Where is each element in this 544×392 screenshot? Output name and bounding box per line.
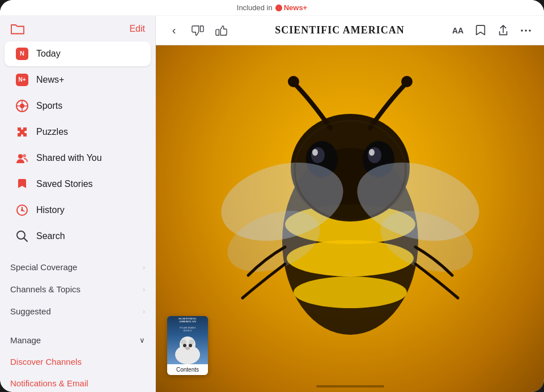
- svg-point-44: [189, 344, 192, 347]
- history-label: History: [36, 205, 65, 215]
- svg-text:N: N: [20, 50, 24, 57]
- sidebar-item-discover-channels[interactable]: Discover Channels: [0, 351, 155, 373]
- svg-point-18: [521, 29, 523, 32]
- svg-text:N+: N+: [18, 76, 26, 83]
- svg-point-45: [185, 347, 190, 350]
- article-title-area: SCIENTIFIC AMERICAN: [275, 24, 405, 36]
- svg-point-33: [401, 76, 413, 87]
- shared-label: Shared with You: [36, 153, 102, 163]
- font-size-button[interactable]: AA: [449, 22, 467, 40]
- special-coverage-label: Special Coverage: [10, 262, 77, 272]
- chevron-down-icon: ∨: [139, 336, 145, 344]
- magazine-thumbnail[interactable]: SCIENTIFICAMERICAN POLAR BEARSWORLD: [167, 316, 208, 375]
- bee-illustration: [156, 45, 544, 392]
- header-actions: AA: [449, 22, 535, 40]
- sidebar-item-history[interactable]: History: [5, 198, 151, 223]
- page-indicator: [316, 385, 384, 387]
- channels-topics-label: Channels & Topics: [10, 284, 80, 294]
- header-nav-buttons: ‹: [165, 22, 231, 40]
- saved-label: Saved Stories: [36, 179, 93, 189]
- chevron-right-icon: ›: [143, 263, 145, 271]
- article-body: SCIENTIFICAMERICAN POLAR BEARSWORLD: [156, 45, 544, 392]
- svg-point-43: [183, 344, 186, 347]
- chevron-right-icon-3: ›: [143, 307, 145, 316]
- sidebar-item-channels-topics[interactable]: Channels & Topics ›: [0, 278, 155, 300]
- magazine-cover-image: SCIENTIFICAMERICAN POLAR BEARSWORLD: [167, 316, 208, 364]
- sidebar-item-sports[interactable]: Sports: [5, 93, 151, 118]
- suggested-label: Suggested: [10, 306, 51, 316]
- back-button[interactable]: ‹: [165, 22, 183, 40]
- thumbs-up-icon: [215, 24, 228, 37]
- main-content: Edit N Today N+ N: [0, 16, 544, 392]
- sidebar-item-notifications-email[interactable]: Notifications & Email: [0, 373, 155, 392]
- sidebar-item-search[interactable]: Search: [5, 224, 151, 249]
- today-label: Today: [36, 49, 61, 59]
- manage-label: Manage: [10, 335, 41, 345]
- sidebar: Edit N Today N+ N: [0, 16, 156, 392]
- puzzles-label: Puzzles: [36, 127, 68, 137]
- svg-point-31: [369, 149, 375, 156]
- sidebar-item-newsplus[interactable]: N+ News+: [5, 67, 151, 92]
- search-icon: [15, 229, 29, 244]
- puzzles-icon: [15, 125, 29, 139]
- sidebar-item-special-coverage[interactable]: Special Coverage ›: [0, 256, 155, 278]
- folder-icon: [10, 23, 25, 35]
- content-area: ‹ SCIENTIFIC AMERICAN: [156, 16, 544, 392]
- more-button[interactable]: [517, 22, 535, 40]
- svg-point-20: [529, 29, 531, 32]
- shared-icon: [15, 151, 29, 165]
- newsplus-label: News+: [36, 75, 64, 85]
- manage-header[interactable]: Manage ∨: [0, 329, 155, 351]
- sidebar-item-suggested[interactable]: Suggested ›: [0, 300, 155, 322]
- svg-point-28: [311, 147, 325, 163]
- like-button[interactable]: [212, 22, 231, 40]
- share-icon: [498, 24, 509, 37]
- discover-channels-label: Discover Channels: [10, 357, 82, 367]
- bookmark-button[interactable]: [471, 22, 490, 40]
- svg-point-30: [312, 149, 318, 156]
- svg-point-24: [294, 276, 407, 308]
- thumbs-down-icon: [192, 24, 204, 37]
- notifications-email-label: Notifications & Email: [10, 378, 88, 388]
- article-header: ‹ SCIENTIFIC AMERICAN: [156, 16, 544, 45]
- history-icon: [15, 203, 29, 218]
- more-icon: [520, 25, 532, 36]
- share-button[interactable]: [494, 22, 512, 40]
- sidebar-item-puzzles[interactable]: Puzzles: [5, 120, 151, 144]
- search-label: Search: [36, 231, 65, 241]
- sidebar-item-today[interactable]: N Today: [5, 41, 151, 66]
- article-title: SCIENTIFIC AMERICAN: [275, 24, 405, 36]
- sidebar-item-shared[interactable]: Shared with You: [5, 146, 151, 171]
- chevron-right-icon-2: ›: [143, 285, 145, 293]
- sidebar-header: Edit: [0, 16, 155, 41]
- bookmark-icon: [475, 24, 486, 37]
- newsplus-icon: N+: [15, 73, 29, 87]
- dislike-button[interactable]: [189, 22, 207, 40]
- bee-svg: [186, 71, 515, 366]
- bee-image-container: SCIENTIFICAMERICAN POLAR BEARSWORLD: [156, 45, 544, 392]
- sports-icon: [15, 99, 29, 113]
- sports-label: Sports: [36, 101, 62, 111]
- svg-point-32: [288, 76, 299, 87]
- magazine-contents-label: Contents: [167, 364, 208, 375]
- svg-point-11: [23, 154, 26, 157]
- svg-point-10: [18, 154, 23, 159]
- sidebar-item-saved[interactable]: Saved Stories: [5, 172, 151, 197]
- today-icon: N: [15, 46, 29, 61]
- edit-button[interactable]: Edit: [129, 24, 145, 34]
- device-frame: Mail 9:41 AM Mon Jun 10 100%: [0, 0, 544, 392]
- svg-point-19: [525, 29, 527, 32]
- svg-line-17: [24, 238, 28, 242]
- svg-point-29: [368, 147, 381, 163]
- saved-icon: [15, 177, 29, 191]
